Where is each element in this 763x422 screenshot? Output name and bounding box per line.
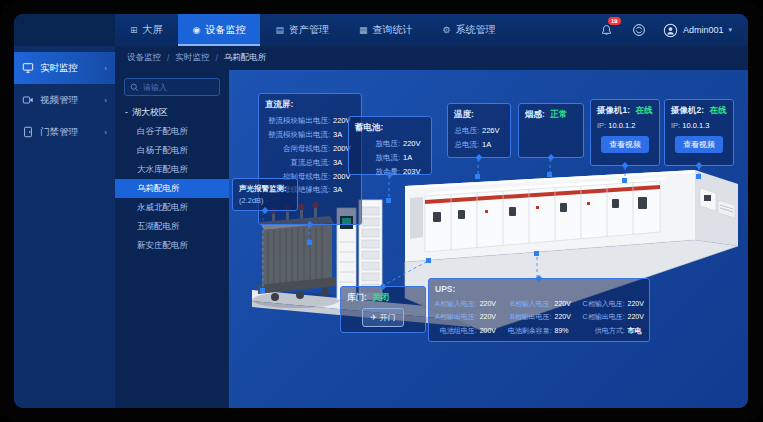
tree-node-selected[interactable]: 乌莉配电所 — [115, 179, 229, 198]
ups-panel: UPS: A相输入电压:220V A相输出电压:220V 电池组电压:200V … — [428, 278, 650, 342]
sidebar-item-access-control[interactable]: 门禁管理 › — [14, 116, 115, 148]
sound-alarm-value: (2.2dB) — [239, 195, 291, 207]
logo-area — [14, 14, 115, 46]
notification-badge: 19 — [608, 17, 621, 25]
field-value: 3A — [333, 183, 355, 197]
tab-asset-management[interactable]: ▤ 资产管理 — [260, 14, 344, 46]
field-label: 放电压: — [355, 137, 400, 151]
left-sidebar: 实时监控 › 视频管理 › 门禁管理 — [14, 46, 115, 408]
field-value: 1A — [482, 138, 504, 152]
open-door-button[interactable]: ✈ 开门 — [362, 308, 405, 327]
panel-title: UPS: — [435, 284, 643, 294]
tab-device-monitoring[interactable]: ◉ 设备监控 — [178, 14, 261, 46]
panel-title: 摄像机2: 在线 — [671, 105, 727, 117]
breadcrumb-item-current: 乌莉配电所 — [224, 52, 267, 64]
field-label: B相输入电压: — [508, 297, 552, 310]
field-value: 203V — [403, 165, 425, 179]
asset-icon: ▤ — [275, 25, 284, 35]
ip-label: IP: — [597, 121, 606, 130]
camera-ip: IP: 10.0.1.3 — [671, 120, 727, 132]
tree-root-node[interactable]: - 湖大校区 — [115, 102, 229, 122]
open-door-icon: ✈ — [371, 313, 378, 322]
tree-search[interactable] — [124, 78, 220, 96]
tab-label: 设备监控 — [205, 23, 245, 37]
panel-title: 库门: 关闭 — [347, 292, 419, 304]
panel-title-text: 摄像机2: — [671, 105, 704, 115]
field-label: 放电流: — [355, 151, 400, 165]
view-video-button[interactable]: 查看视频 — [601, 136, 649, 153]
panel-title: 烟感: 正常 — [525, 109, 577, 121]
field-value: 220V — [628, 297, 650, 310]
search-input[interactable] — [143, 83, 214, 92]
battery-panel: 蓄电池: 放电压:220V 放电流:1A 放余量:203V — [348, 116, 432, 175]
chevron-right-icon: › — [104, 128, 107, 137]
field-value: 220V — [555, 297, 577, 310]
field-value: 220V — [555, 310, 577, 323]
breadcrumb-item[interactable]: 设备监控 — [127, 52, 161, 64]
settings-icon: ⚙ — [442, 25, 450, 35]
ip-label: IP: — [671, 121, 680, 130]
power-mode-value: 市电 — [628, 324, 650, 337]
user-menu[interactable]: Admin001 ▾ — [663, 23, 732, 38]
status-badge: 在线 — [709, 105, 726, 115]
field-label: A相输入电压: — [435, 297, 477, 310]
field-label: C相输出电压: — [583, 310, 625, 323]
tree-node[interactable]: 白谷子配电所 — [115, 122, 229, 141]
field-value: 226V — [482, 124, 504, 138]
sidebar-item-realtime-monitoring[interactable]: 实时监控 › — [14, 52, 115, 84]
door-icon — [22, 126, 34, 138]
panel-title: 温度: — [454, 109, 504, 121]
door-panel: 库门: 关闭 ✈ 开门 — [340, 286, 426, 333]
breadcrumb-item[interactable]: 实时监控 — [175, 52, 209, 64]
field-label: C相输入电压: — [583, 297, 625, 310]
chevron-down-icon: ▾ — [728, 26, 732, 34]
sidebar-item-label: 视频管理 — [40, 94, 78, 107]
tab-dashboard[interactable]: ⊞ 大屏 — [115, 14, 178, 46]
field-value: 200V — [480, 324, 502, 337]
breadcrumb-separator: / — [167, 53, 169, 63]
monitor-screen-icon — [22, 62, 34, 74]
field-label: 直流总电流: — [265, 156, 330, 170]
tab-query-statistics[interactable]: ▦ 查询统计 — [344, 14, 428, 46]
view-video-button[interactable]: 查看视频 — [675, 136, 723, 153]
tree-node[interactable]: 新安庄配电所 — [115, 236, 229, 255]
tree-node[interactable]: 白杨子配电所 — [115, 141, 229, 160]
field-label: A相输出电压: — [435, 310, 477, 323]
panel-title: 声光报警监测: — [239, 184, 291, 194]
camera1-panel: 摄像机1: 在线 IP: 10.0.1.2 查看视频 — [590, 99, 660, 166]
monitor-icon: ◉ — [193, 25, 201, 35]
fullscreen-icon — [632, 23, 646, 37]
field-label: 合闸母线电压: — [265, 142, 330, 156]
sound-alarm-panel: 声光报警监测: (2.2dB) — [232, 178, 298, 211]
field-value: 89% — [555, 324, 577, 337]
field-label: 总电流: — [454, 138, 479, 152]
field-value: 1A — [403, 151, 425, 165]
field-label: B相输出电压: — [508, 310, 552, 323]
door-status: 关闭 — [372, 292, 389, 302]
tab-system-management[interactable]: ⚙ 系统管理 — [427, 14, 510, 46]
breadcrumb: 设备监控 / 实时监控 / 乌莉配电所 — [115, 46, 748, 70]
navbar-right: 19 Admin001 ▾ — [599, 14, 748, 46]
tab-label: 系统管理 — [456, 23, 496, 37]
collapse-icon: - — [125, 107, 128, 117]
field-label: 总电压: — [454, 124, 479, 138]
tree-node[interactable]: 永威北配电所 — [115, 198, 229, 217]
search-icon — [130, 83, 139, 92]
chevron-right-icon: › — [104, 96, 107, 105]
smoke-sensor-panel: 烟感: 正常 — [518, 103, 584, 158]
status-badge: 在线 — [635, 105, 652, 115]
sidebar-item-label: 门禁管理 — [40, 126, 78, 139]
field-label: 供电方式: — [583, 324, 625, 337]
sidebar-item-video-management[interactable]: 视频管理 › — [14, 84, 115, 116]
tree-node[interactable]: 大水库配电所 — [115, 160, 229, 179]
ups-phase-b-column: B相输入电压:220V B相输出电压:220V 电池剩余容量:89% — [508, 297, 577, 337]
panel-title-text: 烟感: — [525, 109, 545, 119]
tree-node[interactable]: 五湖配电所 — [115, 217, 229, 236]
app-window: ⊞ 大屏 ◉ 设备监控 ▤ 资产管理 ▦ 查询统计 ⚙ 系统管理 — [14, 14, 748, 408]
field-label: 放余量: — [355, 165, 400, 179]
notification-bell-button[interactable]: 19 — [599, 22, 615, 38]
fullscreen-button[interactable] — [631, 22, 647, 38]
status-badge: 正常 — [550, 109, 567, 119]
panel-title: 蓄电池: — [355, 122, 425, 134]
top-navbar: ⊞ 大屏 ◉ 设备监控 ▤ 资产管理 ▦ 查询统计 ⚙ 系统管理 — [14, 14, 748, 46]
